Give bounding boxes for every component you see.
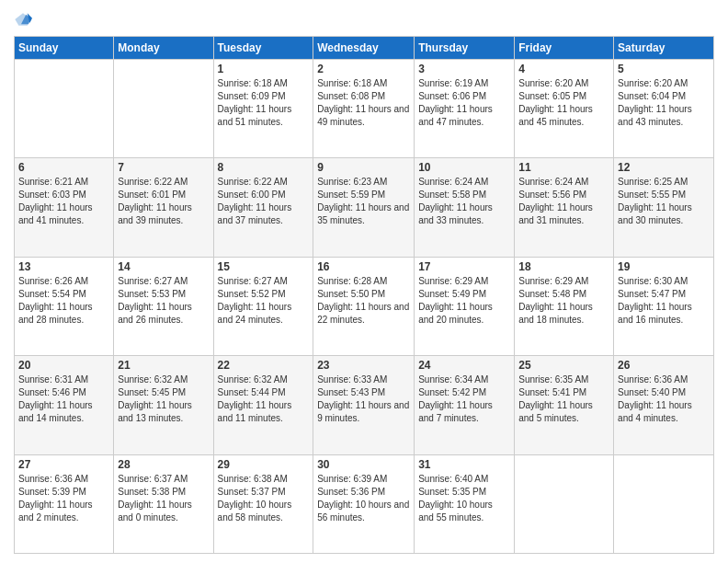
day-number: 3 [418, 63, 510, 75]
calendar-cell: 8Sunrise: 6:22 AM Sunset: 6:00 PM Daylig… [213, 158, 313, 257]
calendar-cell: 4Sunrise: 6:20 AM Sunset: 6:05 PM Daylig… [515, 60, 614, 158]
day-info: Sunrise: 6:34 AM Sunset: 5:42 PM Dayligh… [418, 373, 510, 425]
calendar-cell: 1Sunrise: 6:18 AM Sunset: 6:09 PM Daylig… [213, 60, 313, 158]
day-number: 21 [118, 359, 209, 372]
day-number: 4 [518, 63, 609, 75]
calendar-cell: 25Sunrise: 6:35 AM Sunset: 5:41 PM Dayli… [515, 356, 614, 454]
day-info: Sunrise: 6:27 AM Sunset: 5:52 PM Dayligh… [218, 275, 310, 327]
col-header-friday: Friday [515, 37, 614, 60]
day-number: 14 [118, 260, 209, 273]
day-number: 7 [118, 161, 209, 174]
day-number: 18 [518, 260, 609, 273]
day-info: Sunrise: 6:22 AM Sunset: 6:01 PM Dayligh… [118, 176, 209, 227]
col-header-saturday: Saturday [614, 37, 714, 60]
day-info: Sunrise: 6:27 AM Sunset: 5:53 PM Dayligh… [118, 275, 209, 327]
day-info: Sunrise: 6:25 AM Sunset: 5:55 PM Dayligh… [618, 176, 710, 227]
day-info: Sunrise: 6:32 AM Sunset: 5:44 PM Dayligh… [218, 373, 310, 425]
day-info: Sunrise: 6:19 AM Sunset: 6:06 PM Dayligh… [418, 77, 510, 129]
day-info: Sunrise: 6:40 AM Sunset: 5:35 PM Dayligh… [418, 473, 510, 524]
day-number: 17 [418, 260, 510, 273]
calendar-cell: 16Sunrise: 6:28 AM Sunset: 5:50 PM Dayli… [313, 257, 415, 355]
calendar-cell: 12Sunrise: 6:25 AM Sunset: 5:55 PM Dayli… [614, 158, 714, 257]
calendar-cell: 3Sunrise: 6:19 AM Sunset: 6:06 PM Daylig… [415, 60, 515, 158]
calendar-cell: 29Sunrise: 6:38 AM Sunset: 5:37 PM Dayli… [213, 454, 313, 553]
calendar-cell: 14Sunrise: 6:27 AM Sunset: 5:53 PM Dayli… [114, 257, 213, 355]
day-info: Sunrise: 6:30 AM Sunset: 5:47 PM Dayligh… [618, 275, 710, 327]
day-number: 15 [218, 260, 310, 273]
calendar-cell: 10Sunrise: 6:24 AM Sunset: 5:58 PM Dayli… [415, 158, 515, 257]
day-info: Sunrise: 6:35 AM Sunset: 5:41 PM Dayligh… [518, 373, 609, 425]
calendar-cell: 13Sunrise: 6:26 AM Sunset: 5:54 PM Dayli… [15, 257, 114, 355]
day-number: 28 [118, 458, 209, 471]
col-header-monday: Monday [114, 37, 213, 60]
calendar-cell: 27Sunrise: 6:36 AM Sunset: 5:39 PM Dayli… [15, 454, 114, 553]
day-info: Sunrise: 6:28 AM Sunset: 5:50 PM Dayligh… [317, 275, 410, 327]
day-number: 11 [518, 161, 609, 174]
day-number: 2 [317, 63, 410, 75]
day-info: Sunrise: 6:37 AM Sunset: 5:38 PM Dayligh… [118, 473, 209, 524]
day-number: 6 [18, 161, 109, 174]
calendar-cell: 30Sunrise: 6:39 AM Sunset: 5:36 PM Dayli… [313, 454, 415, 553]
day-number: 8 [218, 161, 310, 174]
day-info: Sunrise: 6:24 AM Sunset: 5:56 PM Dayligh… [518, 176, 609, 227]
day-number: 23 [317, 359, 410, 372]
day-info: Sunrise: 6:32 AM Sunset: 5:45 PM Dayligh… [118, 373, 209, 425]
calendar-cell: 26Sunrise: 6:36 AM Sunset: 5:40 PM Dayli… [614, 356, 714, 454]
day-info: Sunrise: 6:21 AM Sunset: 6:03 PM Dayligh… [18, 176, 109, 227]
day-info: Sunrise: 6:39 AM Sunset: 5:36 PM Dayligh… [317, 473, 410, 524]
calendar-cell: 20Sunrise: 6:31 AM Sunset: 5:46 PM Dayli… [15, 356, 114, 454]
day-number: 19 [618, 260, 710, 273]
calendar-cell: 6Sunrise: 6:21 AM Sunset: 6:03 PM Daylig… [15, 158, 114, 257]
day-number: 5 [618, 63, 710, 75]
day-info: Sunrise: 6:33 AM Sunset: 5:43 PM Dayligh… [317, 373, 410, 425]
calendar-table: SundayMondayTuesdayWednesdayThursdayFrid… [14, 36, 714, 554]
day-info: Sunrise: 6:20 AM Sunset: 6:04 PM Dayligh… [618, 77, 710, 129]
day-number: 20 [18, 359, 109, 372]
day-number: 22 [218, 359, 310, 372]
day-number: 27 [18, 458, 109, 471]
calendar-cell: 11Sunrise: 6:24 AM Sunset: 5:56 PM Dayli… [515, 158, 614, 257]
calendar-cell: 22Sunrise: 6:32 AM Sunset: 5:44 PM Dayli… [213, 356, 313, 454]
day-number: 10 [418, 161, 510, 174]
day-number: 26 [618, 359, 710, 372]
calendar-cell: 7Sunrise: 6:22 AM Sunset: 6:01 PM Daylig… [114, 158, 213, 257]
logo-icon [14, 10, 32, 29]
day-info: Sunrise: 6:23 AM Sunset: 5:59 PM Dayligh… [317, 176, 410, 227]
day-info: Sunrise: 6:36 AM Sunset: 5:39 PM Dayligh… [18, 473, 109, 524]
day-info: Sunrise: 6:20 AM Sunset: 6:05 PM Dayligh… [518, 77, 609, 129]
calendar-cell: 31Sunrise: 6:40 AM Sunset: 5:35 PM Dayli… [415, 454, 515, 553]
calendar-cell: 24Sunrise: 6:34 AM Sunset: 5:42 PM Dayli… [415, 356, 515, 454]
calendar-cell: 15Sunrise: 6:27 AM Sunset: 5:52 PM Dayli… [213, 257, 313, 355]
day-number: 12 [618, 161, 710, 174]
calendar-cell [614, 454, 714, 553]
day-number: 24 [418, 359, 510, 372]
day-number: 25 [518, 359, 609, 372]
calendar-cell: 2Sunrise: 6:18 AM Sunset: 6:08 PM Daylig… [313, 60, 415, 158]
calendar-cell: 18Sunrise: 6:29 AM Sunset: 5:48 PM Dayli… [515, 257, 614, 355]
day-info: Sunrise: 6:18 AM Sunset: 6:09 PM Dayligh… [218, 77, 310, 129]
col-header-sunday: Sunday [15, 37, 114, 60]
day-info: Sunrise: 6:31 AM Sunset: 5:46 PM Dayligh… [18, 373, 109, 425]
day-info: Sunrise: 6:36 AM Sunset: 5:40 PM Dayligh… [618, 373, 710, 425]
day-info: Sunrise: 6:18 AM Sunset: 6:08 PM Dayligh… [317, 77, 410, 129]
day-info: Sunrise: 6:22 AM Sunset: 6:00 PM Dayligh… [218, 176, 310, 227]
calendar-cell: 19Sunrise: 6:30 AM Sunset: 5:47 PM Dayli… [614, 257, 714, 355]
day-number: 29 [218, 458, 310, 471]
day-info: Sunrise: 6:29 AM Sunset: 5:49 PM Dayligh… [418, 275, 510, 327]
calendar-cell: 5Sunrise: 6:20 AM Sunset: 6:04 PM Daylig… [614, 60, 714, 158]
day-number: 1 [218, 63, 310, 75]
day-number: 13 [18, 260, 109, 273]
day-info: Sunrise: 6:29 AM Sunset: 5:48 PM Dayligh… [518, 275, 609, 327]
day-info: Sunrise: 6:26 AM Sunset: 5:54 PM Dayligh… [18, 275, 109, 327]
logo [14, 9, 34, 29]
day-info: Sunrise: 6:24 AM Sunset: 5:58 PM Dayligh… [418, 176, 510, 227]
day-number: 9 [317, 161, 410, 174]
col-header-thursday: Thursday [415, 37, 515, 60]
calendar-cell: 17Sunrise: 6:29 AM Sunset: 5:49 PM Dayli… [415, 257, 515, 355]
day-number: 16 [317, 260, 410, 273]
day-number: 31 [418, 458, 510, 471]
calendar-cell: 23Sunrise: 6:33 AM Sunset: 5:43 PM Dayli… [313, 356, 415, 454]
calendar-cell: 21Sunrise: 6:32 AM Sunset: 5:45 PM Dayli… [114, 356, 213, 454]
calendar-cell: 9Sunrise: 6:23 AM Sunset: 5:59 PM Daylig… [313, 158, 415, 257]
calendar-cell [515, 454, 614, 553]
